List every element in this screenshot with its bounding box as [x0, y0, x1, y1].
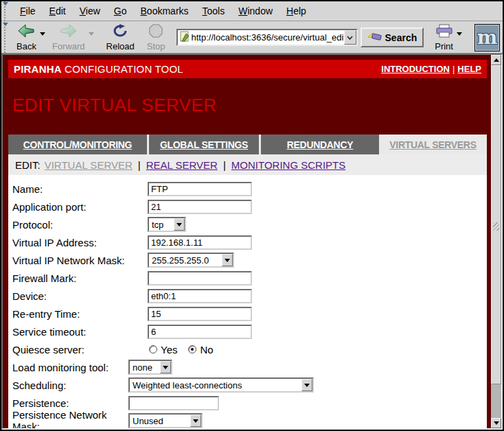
firewall-mark-input[interactable]: [148, 271, 252, 286]
application-port-input[interactable]: [148, 200, 252, 214]
print-button[interactable]: Print: [433, 23, 463, 52]
reentry-time-input[interactable]: [148, 307, 252, 321]
scrollbar-thumb[interactable]: [491, 65, 501, 384]
reload-button[interactable]: Reload: [105, 23, 136, 52]
monitoring-scripts-link[interactable]: MONITORING SCRIPTS: [231, 159, 345, 171]
form-row: Name:: [8, 180, 487, 198]
scrollbar-grip-icon: [493, 222, 499, 231]
tab-global-settings[interactable]: GLOBAL SETTINGS: [149, 135, 259, 154]
scroll-up-button[interactable]: [491, 55, 501, 65]
load-monitoring-select[interactable]: none: [128, 360, 172, 375]
tab-bar: CONTROL/MONITORING GLOBAL SETTINGS REDUN…: [8, 135, 487, 154]
mozilla-logo-button[interactable]: m: [474, 24, 500, 51]
device-input[interactable]: [148, 289, 252, 303]
subnav-prefix: EDIT:: [15, 159, 41, 171]
persistence-mask-label: Persistence Network Mask:: [8, 409, 128, 428]
name-input[interactable]: [148, 182, 252, 196]
menu-go[interactable]: Go: [107, 1, 134, 21]
name-label: Name:: [8, 183, 148, 195]
form-row: Service timeout:: [8, 323, 487, 340]
menu-bar: File Edit View Go Bookmarks Tools Window…: [1, 1, 503, 21]
menu-edit[interactable]: Edit: [43, 1, 73, 21]
virtual-ip-input[interactable]: [148, 235, 252, 250]
scroll-down-button[interactable]: [491, 418, 501, 428]
tab-redundancy[interactable]: REDUNDANCY: [261, 135, 379, 154]
url-input[interactable]: [192, 32, 344, 43]
menu-help[interactable]: Help: [279, 1, 313, 21]
form-row: Application port:: [8, 198, 487, 216]
reentry-time-label: Re-entry Time:: [8, 308, 148, 320]
header-links: INTRODUCTION|HELP: [381, 64, 481, 74]
form-row: Protocol: tcp: [8, 216, 487, 233]
quiesce-server-label: Quiesce server:: [8, 344, 148, 356]
dropdown-arrow-icon: [160, 361, 171, 373]
search-button[interactable]: Search: [360, 27, 424, 47]
scroll-down-icon: [494, 421, 499, 425]
protocol-select[interactable]: tcp: [148, 217, 186, 232]
persistence-label: Persistence:: [8, 397, 128, 409]
menu-window[interactable]: Window: [231, 1, 279, 21]
virtual-ip-mask-select[interactable]: 255.255.255.0: [148, 253, 234, 268]
quiesce-no-radio[interactable]: [188, 345, 196, 353]
form-row: Load monitoring tool: none: [8, 358, 487, 376]
dropdown-arrow-icon: [174, 218, 185, 231]
firewall-mark-label: Firewall Mark:: [8, 272, 148, 284]
stop-button[interactable]: Stop: [146, 23, 167, 52]
device-label: Device:: [8, 290, 148, 302]
url-dropdown-button[interactable]: [344, 30, 356, 45]
application-port-label: Application port:: [8, 201, 148, 213]
virtual-server-link[interactable]: VIRTUAL SERVER: [45, 159, 133, 171]
virtual-ip-mask-label: Virtual IP Network Mask:: [8, 255, 148, 266]
dropdown-arrow-icon: [301, 379, 312, 391]
introduction-link[interactable]: INTRODUCTION: [381, 64, 450, 74]
location-icon: [180, 31, 190, 45]
search-icon: [367, 31, 385, 44]
back-button[interactable]: Back: [15, 23, 47, 52]
menu-view[interactable]: View: [73, 1, 107, 21]
forward-button[interactable]: Forward: [51, 23, 95, 52]
scroll-up-icon: [494, 58, 499, 62]
form-row: Re-entry Time:: [8, 305, 487, 323]
persistence-mask-select[interactable]: Unused: [128, 413, 203, 428]
dropdown-arrow-icon: [222, 254, 233, 266]
edit-subnav: EDIT: VIRTUAL SERVER | REAL SERVER | MON…: [8, 154, 487, 175]
mozilla-m-icon: m: [477, 25, 498, 50]
forward-dropdown-icon[interactable]: [89, 32, 94, 36]
form-row: Quiesce server: Yes No: [8, 340, 487, 358]
form-row: Virtual IP Network Mask: 255.255.255.0: [8, 251, 487, 269]
piranha-page: PIRANHA CONFIGURATION TOOL INTRODUCTION|…: [3, 55, 491, 428]
service-timeout-input[interactable]: [148, 325, 252, 339]
scheduling-label: Scheduling:: [8, 380, 128, 391]
form-row: Firewall Mark:: [8, 269, 487, 287]
tab-virtual-servers[interactable]: VIRTUAL SERVERS: [379, 135, 487, 154]
real-server-link[interactable]: REAL SERVER: [146, 159, 218, 171]
form-row: Scheduling: Weighted least-connections: [8, 376, 487, 394]
scrollbar-track[interactable]: [491, 384, 501, 418]
forward-icon: [60, 24, 78, 40]
menu-file[interactable]: File: [13, 1, 43, 21]
virtual-server-form: Name: Application port: Protocol: tcp Vi…: [8, 175, 487, 428]
tab-control-monitoring[interactable]: CONTROL/MONITORING: [8, 135, 147, 154]
reload-icon: [113, 24, 128, 40]
vertical-scrollbar: [491, 55, 501, 428]
back-dropdown-icon[interactable]: [40, 32, 45, 36]
help-link[interactable]: HELP: [457, 64, 481, 74]
form-row: Device:: [8, 287, 487, 305]
quiesce-yes-radio[interactable]: [149, 345, 157, 353]
toolbar-grip-handle[interactable]: [1, 22, 10, 53]
quiesce-no-label: No: [200, 344, 213, 356]
stop-icon: [149, 24, 163, 40]
menu-bookmarks[interactable]: Bookmarks: [134, 1, 196, 21]
service-timeout-label: Service timeout:: [8, 326, 148, 338]
page-title: EDIT VIRTUAL SERVER: [12, 95, 217, 116]
scheduling-select[interactable]: Weighted least-connections: [128, 377, 314, 393]
browser-window: File Edit View Go Bookmarks Tools Window…: [0, 0, 504, 431]
url-bar: [176, 29, 358, 46]
quiesce-yes-label: Yes: [161, 344, 177, 356]
menubar-grip-handle[interactable]: [1, 1, 10, 21]
navigation-toolbar: Back Forward: [1, 22, 503, 54]
menu-tools[interactable]: Tools: [196, 1, 232, 21]
load-monitoring-label: Load monitoring tool:: [8, 362, 128, 373]
print-dropdown-icon[interactable]: [457, 32, 462, 36]
persistence-input[interactable]: [128, 396, 219, 410]
